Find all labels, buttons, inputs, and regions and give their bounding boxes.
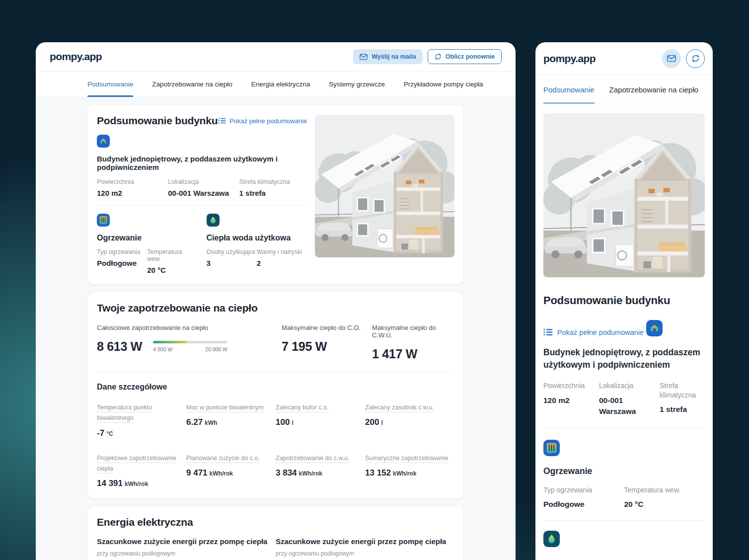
tab-systemy[interactable]: Systemy grzewcze <box>329 72 385 97</box>
hot-water-section: Ciepła woda użytkowa Osoby użytkujące 3 … <box>207 214 307 274</box>
send-email-label: Wyślij na maila <box>372 53 416 60</box>
brand-logo: pompy.app <box>50 51 102 63</box>
house-icon <box>646 320 663 336</box>
stat-indoor-temp: Temperatura wew. 20 °C <box>147 248 197 274</box>
building-summary-card: Podsumowanie budynku Pokaż pełne podumow… <box>87 104 464 285</box>
mobile-panel: pompy.app Podsumowanie Zapotrzebowanie n… <box>535 42 713 560</box>
divider <box>543 427 705 428</box>
metric-max-cwu: Maksymalne ciepło do C.W.U. 1 417 W <box>372 324 454 361</box>
tab-podsumowanie[interactable]: Podsumowanie <box>543 75 595 104</box>
tab-zapotrzebowanie[interactable]: Zapotrzebowanie na ciepło <box>609 75 698 104</box>
building-description: Budynek jednopiętrowy, z poddaszem użytk… <box>97 155 307 171</box>
heating-icon <box>97 214 110 227</box>
heating-icon <box>543 440 560 456</box>
divider <box>97 372 454 373</box>
building-card-title: Podsumowanie budynku <box>97 115 218 127</box>
mobile-tab-bar: Podsumowanie Zapotrzebowanie na ciepło E… <box>535 75 713 104</box>
desktop-panel: pompy.app Wyślij na maila Oblicz ponowni… <box>36 42 516 560</box>
stat-climate-zone: Strefa klimatyczna 1 strefa <box>660 381 705 417</box>
house-icon <box>97 135 110 148</box>
show-full-summary-link[interactable]: Pokaż pełne podumowanie <box>218 117 307 125</box>
stat-climate-zone: Strefa klimatyczna 1 strefa <box>239 178 307 197</box>
list-icon <box>218 117 226 124</box>
detail-total-demand: Sumaryczne zapotrzebowanie 13 152kWh/rok <box>365 453 454 489</box>
heat-demand-card: Twoje zapotrzebowanie na ciepło Całościo… <box>87 292 464 499</box>
tab-energia[interactable]: Energia elektryczna <box>251 72 310 97</box>
desktop-header: pompy.app Wyślij na maila Oblicz ponowni… <box>36 42 516 71</box>
detail-cwu-demand: Zapotrzebowanie do c.w.u. 3 834kWh/rok <box>276 453 365 489</box>
recalculate-button[interactable] <box>686 49 705 68</box>
electricity-card-title: Energia elektryczna <box>97 516 454 528</box>
tab-podsumowanie[interactable]: Podsumowanie <box>87 72 133 97</box>
show-full-summary-label: Pokaż pełne podumowanie <box>229 117 307 125</box>
divider <box>97 205 307 206</box>
demand-gauge: 4 000 W 20 000 W <box>153 341 227 352</box>
stat-heating-type: Typ ogrzewania Podłogowe <box>97 248 147 274</box>
tab-pompy[interactable]: Przykładowe pompy ciepła <box>404 72 483 97</box>
electricity-item-power: Szacunkowe zużycie energii przez pompę c… <box>276 537 454 560</box>
recalculate-button[interactable]: Oblicz ponownie <box>428 49 502 64</box>
building-description: Budynek jednopiętrowy, z poddaszem użytk… <box>543 346 705 371</box>
detail-tank: Zalecany zasobnik c.w.u. 200l <box>365 402 454 438</box>
refresh-icon <box>691 54 700 63</box>
details-title: Dane szczegółowe <box>97 383 454 392</box>
stat-location: Lokalizacja 00-001 Warszawa <box>599 381 660 417</box>
metric-total: Całościowe zapotrzebowanie na ciepło 8 6… <box>97 324 282 361</box>
tab-bar: Podsumowanie Zapotrzebowanie na ciepło E… <box>36 71 516 97</box>
stat-heating-type: Typ ogrzewania Podłogowe <box>543 485 624 510</box>
stat-location: Lokalizacja 00-001 Warszawa <box>168 178 239 197</box>
mobile-content: Podsumowanie budynku Pokaż pełne podumow… <box>535 104 713 549</box>
house-render-image <box>315 115 454 257</box>
detail-buffer: Zalecany bufor c.o. 100l <box>276 402 365 438</box>
heating-section: Ogrzewanie Typ ogrzewania Podłogowe Temp… <box>97 214 198 274</box>
detail-design-demand: Projektowe zapotrzebowanie ciepła 14 391… <box>97 453 186 489</box>
stat-area: Powierzchnia 120 m2 <box>543 381 599 417</box>
stat-area: Powierzchnia 120 m2 <box>97 178 168 197</box>
stat-indoor-temp: Temperatura wew. 20 °C <box>624 485 705 510</box>
water-drop-icon <box>207 214 220 227</box>
recalculate-label: Oblicz ponownie <box>446 53 495 60</box>
tab-zapotrzebowanie[interactable]: Zapotrzebowanie na ciepło <box>152 72 232 97</box>
send-email-button[interactable]: Wyślij na maila <box>353 49 422 64</box>
refresh-icon <box>435 53 442 60</box>
show-full-summary-link[interactable]: Pokaż pełne podumowanie <box>543 328 644 336</box>
show-full-summary-label: Pokaż pełne podumowanie <box>557 328 644 336</box>
detail-bivalent-power: Moc w punkcie biwalentnym 6.27kWh <box>186 402 276 438</box>
detail-planned-co: Planowane zużycie do c.o. 9 471kWh/rok <box>186 453 276 489</box>
brand-logo: pompy.app <box>543 53 596 65</box>
content-area: Podsumowanie budynku Pokaż pełne podumow… <box>36 97 516 560</box>
house-render-image <box>543 113 705 277</box>
mail-icon <box>667 55 676 62</box>
total-demand-value: 8 613 W <box>97 339 142 354</box>
detail-bivalent-temp: Temperatura punktu biwalentnego -7°C <box>97 402 186 438</box>
mail-icon <box>360 54 368 60</box>
metric-max-co: Maksymalne ciepło do C.O. 7 195 W <box>282 324 372 361</box>
demand-card-title: Twoje zapotrzebowanie na ciepło <box>97 302 454 314</box>
building-card-title: Podsumowanie budynku <box>543 294 705 307</box>
send-email-button[interactable] <box>662 49 681 68</box>
electricity-item-consumption: Szacunkowe zużycie energii przez pompę c… <box>97 537 276 560</box>
stat-users: Osoby użytkujące 3 <box>207 248 257 267</box>
mobile-header: pompy.app <box>535 42 713 75</box>
water-drop-icon <box>543 531 560 547</box>
divider <box>543 520 705 521</box>
stat-baths: Wanny i natryski 2 <box>257 248 307 267</box>
heating-section-title: Ogrzewanie <box>543 466 705 477</box>
electricity-card: Energia elektryczna Szacunkowe zużycie e… <box>87 506 464 560</box>
list-icon <box>543 328 553 336</box>
